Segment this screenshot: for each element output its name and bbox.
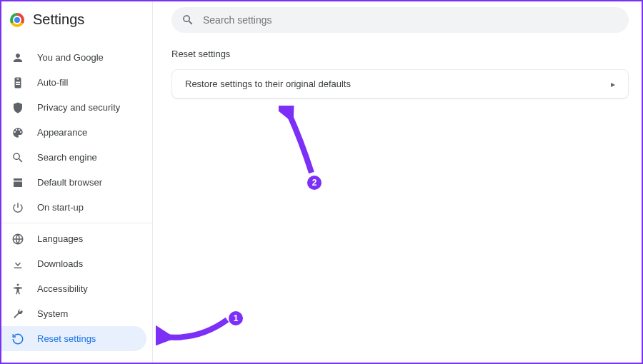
- search-icon: [181, 14, 194, 26]
- window-icon: [11, 176, 24, 189]
- accessibility-icon: [11, 283, 24, 295]
- wrench-icon: [11, 308, 24, 320]
- section-title: Reset settings: [171, 49, 629, 59]
- sidebar: Settings You and Google Auto-fill Privac…: [1, 1, 153, 363]
- sidebar-item-downloads[interactable]: Downloads: [1, 251, 146, 276]
- header: Settings: [1, 6, 152, 36]
- palette-icon: [11, 126, 24, 139]
- nav-label: Reset settings: [37, 333, 96, 344]
- main-content: Reset settings Restore settings to their…: [153, 1, 642, 363]
- nav-label: On start-up: [37, 202, 84, 213]
- sidebar-item-search-engine[interactable]: Search engine: [1, 145, 146, 170]
- nav-label: Accessibility: [37, 283, 88, 294]
- nav-label: Auto-fill: [37, 77, 68, 88]
- sidebar-item-accessibility[interactable]: Accessibility: [1, 276, 146, 301]
- nav-label: Appearance: [37, 127, 87, 138]
- sidebar-item-on-startup[interactable]: On start-up: [1, 195, 146, 220]
- reset-icon: [11, 333, 24, 345]
- search-bar[interactable]: [171, 7, 629, 33]
- nav-group-0: You and Google Auto-fill Privacy and sec…: [1, 42, 152, 223]
- sidebar-item-privacy[interactable]: Privacy and security: [1, 95, 146, 120]
- chevron-right-icon: ▸: [611, 79, 615, 89]
- nav-label: Languages: [37, 233, 83, 244]
- download-icon: [11, 258, 24, 271]
- annotation-badge-2: 2: [307, 176, 322, 190]
- sidebar-item-languages[interactable]: Languages: [1, 226, 146, 251]
- nav-label: You and Google: [37, 52, 104, 63]
- sidebar-item-reset-settings[interactable]: Reset settings: [1, 326, 146, 351]
- sidebar-item-autofill[interactable]: Auto-fill: [1, 70, 146, 95]
- nav-label: Downloads: [37, 258, 83, 269]
- restore-defaults-button[interactable]: Restore settings to their original defau…: [171, 69, 629, 98]
- nav-label: Search engine: [37, 152, 97, 163]
- sidebar-item-appearance[interactable]: Appearance: [1, 120, 146, 145]
- globe-icon: [11, 233, 24, 246]
- shield-icon: [11, 101, 24, 114]
- nav-group-1: Languages Downloads Accessibility System…: [1, 223, 152, 354]
- search-input[interactable]: [203, 14, 619, 26]
- sidebar-item-system[interactable]: System: [1, 301, 146, 326]
- sidebar-item-default-browser[interactable]: Default browser: [1, 170, 146, 195]
- clipboard-icon: [11, 76, 24, 89]
- nav-label: System: [37, 308, 68, 319]
- person-icon: [11, 51, 24, 64]
- page-title: Settings: [33, 11, 84, 28]
- nav: You and Google Auto-fill Privacy and sec…: [1, 36, 152, 354]
- nav-label: Privacy and security: [37, 102, 120, 113]
- annotation-badge-1: 1: [229, 311, 243, 325]
- power-icon: [11, 201, 24, 214]
- sidebar-item-you-and-google[interactable]: You and Google: [1, 45, 146, 70]
- card-label: Restore settings to their original defau…: [185, 79, 351, 89]
- svg-point-1: [17, 283, 19, 285]
- nav-label: Default browser: [37, 177, 102, 188]
- search-icon: [11, 151, 24, 164]
- chrome-logo-icon: [10, 13, 24, 27]
